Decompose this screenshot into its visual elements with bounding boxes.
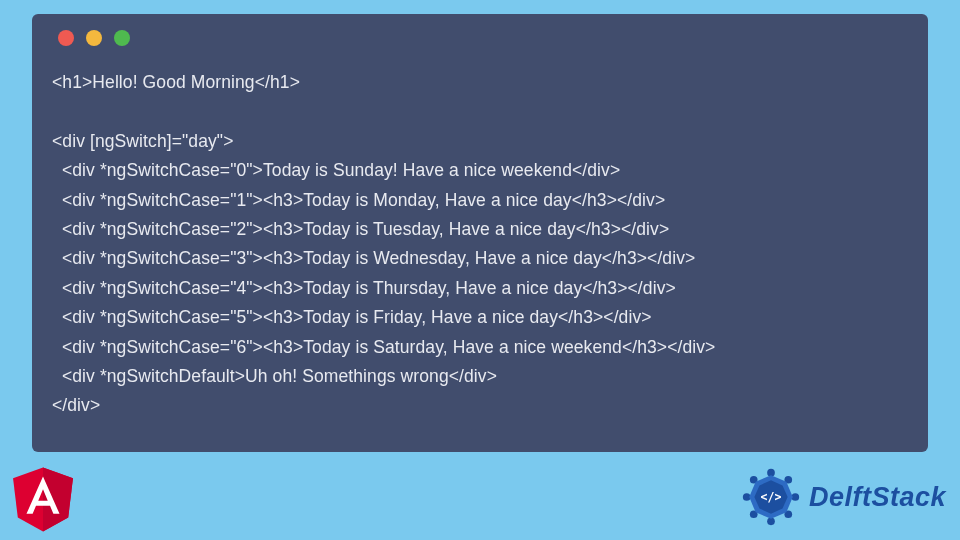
- svg-text:</>: </>: [761, 490, 782, 504]
- footer: </> DelftStack: [0, 460, 960, 540]
- window-close-dot: [58, 30, 74, 46]
- delftstack-logo: </> DelftStack: [739, 465, 946, 529]
- window-maximize-dot: [114, 30, 130, 46]
- code-window: <h1>Hello! Good Morning</h1> <div [ngSwi…: [32, 14, 928, 452]
- delftstack-label: DelftStack: [809, 482, 946, 513]
- window-traffic-lights: [52, 30, 908, 46]
- code-content: <h1>Hello! Good Morning</h1> <div [ngSwi…: [52, 68, 908, 421]
- angular-logo-icon: [8, 460, 78, 534]
- delftstack-badge-icon: </>: [739, 465, 803, 529]
- window-minimize-dot: [86, 30, 102, 46]
